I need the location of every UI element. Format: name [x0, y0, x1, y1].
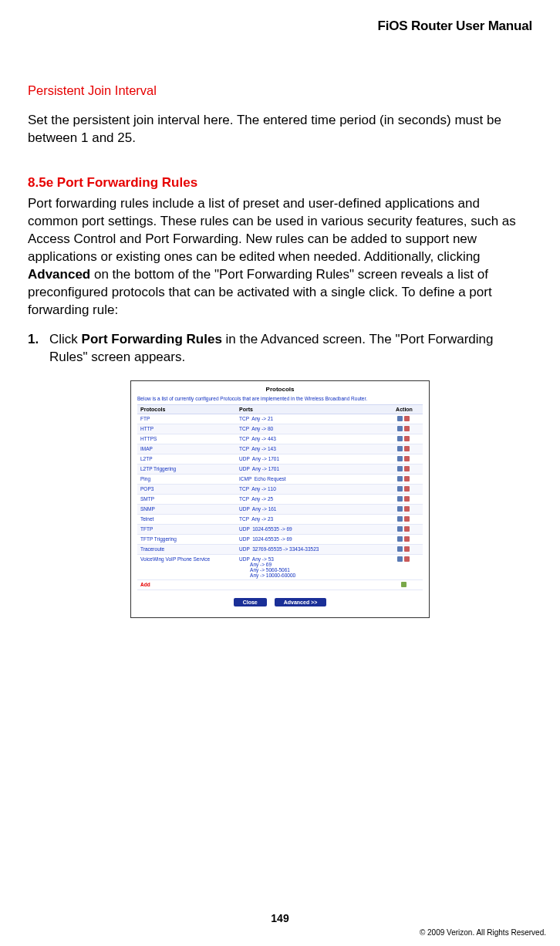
- protocol-name[interactable]: Ping: [137, 475, 236, 485]
- pfr-text-pre: Port forwarding rules include a list of …: [28, 196, 516, 264]
- step-1: 1. Click Port Forwarding Rules in the Ad…: [28, 331, 532, 367]
- protocol-actions: [386, 555, 423, 580]
- table-row: VoiceWing VoIP Phone ServiceUDP Any -> 5…: [137, 555, 423, 580]
- edit-icon[interactable]: [397, 506, 403, 512]
- protocol-ports: TCP Any -> 110: [236, 485, 386, 495]
- delete-icon[interactable]: [404, 536, 410, 542]
- protocol-actions: [386, 424, 423, 434]
- edit-icon[interactable]: [397, 416, 403, 421]
- edit-icon[interactable]: [397, 426, 403, 431]
- protocol-actions: [386, 505, 423, 515]
- protocol-ports: TCP Any -> 21: [236, 414, 386, 424]
- protocol-actions: [386, 465, 423, 475]
- table-row: L2TPUDP Any -> 1701: [137, 454, 423, 465]
- protocol-ports: UDP Any -> 1701: [236, 465, 386, 475]
- protocol-ports: ICMP Echo Request: [236, 475, 386, 485]
- delete-icon[interactable]: [404, 526, 410, 532]
- protocol-name[interactable]: HTTP: [137, 424, 236, 434]
- protocols-table: Protocols Ports Action FTPTCP Any -> 21H…: [137, 404, 423, 590]
- protocol-actions: [386, 525, 423, 535]
- protocol-ports: UDP 1024-65535 -> 69: [236, 525, 386, 535]
- table-row: IMAPTCP Any -> 143: [137, 444, 423, 454]
- delete-icon[interactable]: [404, 456, 410, 461]
- table-row: TelnetTCP Any -> 23: [137, 515, 423, 525]
- step-1-num: 1.: [28, 331, 49, 367]
- delete-icon[interactable]: [404, 436, 410, 441]
- add-link[interactable]: Add: [137, 580, 236, 590]
- table-row: PingICMP Echo Request: [137, 475, 423, 485]
- section-heading-pfr: 8.5e Port Forwarding Rules: [28, 175, 532, 191]
- protocol-ports: TCP Any -> 143: [236, 444, 386, 454]
- table-row: TFTPUDP 1024-65535 -> 69: [137, 525, 423, 535]
- protocol-actions: [386, 454, 423, 465]
- protocol-name[interactable]: L2TP: [137, 454, 236, 465]
- section-heading-persistent: Persistent Join Interval: [28, 83, 532, 98]
- edit-icon[interactable]: [397, 496, 403, 502]
- table-row: HTTPSTCP Any -> 443: [137, 434, 423, 444]
- edit-icon[interactable]: [397, 486, 403, 492]
- edit-icon[interactable]: [397, 556, 403, 562]
- edit-icon[interactable]: [397, 466, 403, 471]
- protocol-name[interactable]: SMTP: [137, 495, 236, 505]
- edit-icon[interactable]: [397, 456, 403, 461]
- edit-icon[interactable]: [397, 446, 403, 451]
- shot-subtitle: Below is a list of currently configured …: [137, 396, 423, 401]
- pfr-text-post: on the bottom of the "Port Forwarding Ru…: [28, 267, 492, 317]
- protocol-actions: [386, 495, 423, 505]
- delete-icon[interactable]: [404, 446, 410, 451]
- delete-icon[interactable]: [404, 516, 410, 522]
- delete-icon[interactable]: [404, 546, 410, 552]
- col-action: Action: [386, 405, 423, 414]
- protocol-actions: [386, 444, 423, 454]
- protocol-actions: [386, 475, 423, 485]
- add-row[interactable]: Add: [137, 580, 423, 590]
- delete-icon[interactable]: [404, 486, 410, 492]
- close-button[interactable]: Close: [234, 598, 267, 606]
- protocol-name[interactable]: IMAP: [137, 444, 236, 454]
- protocol-name[interactable]: TFTP: [137, 525, 236, 535]
- table-row: FTPTCP Any -> 21: [137, 414, 423, 424]
- protocol-name[interactable]: Traceroute: [137, 545, 236, 555]
- protocol-actions: [386, 515, 423, 525]
- table-row: HTTPTCP Any -> 80: [137, 424, 423, 434]
- delete-icon[interactable]: [404, 556, 410, 562]
- protocol-name[interactable]: HTTPS: [137, 434, 236, 444]
- delete-icon[interactable]: [404, 466, 410, 471]
- edit-icon[interactable]: [397, 436, 403, 441]
- table-row: TFTP TriggeringUDP 1024-65535 -> 69: [137, 535, 423, 545]
- edit-icon[interactable]: [397, 526, 403, 532]
- table-row: L2TP TriggeringUDP Any -> 1701: [137, 465, 423, 475]
- delete-icon[interactable]: [404, 496, 410, 502]
- advanced-button[interactable]: Advanced >>: [275, 598, 327, 606]
- edit-icon[interactable]: [397, 546, 403, 552]
- protocol-name[interactable]: SNMP: [137, 505, 236, 515]
- protocol-ports: UDP 1024-65535 -> 69: [236, 535, 386, 545]
- edit-icon[interactable]: [397, 476, 403, 481]
- table-row: SNMPUDP Any -> 161: [137, 505, 423, 515]
- section-body-persistent: Set the persistent join interval here. T…: [28, 112, 532, 147]
- protocol-ports: TCP Any -> 443: [236, 434, 386, 444]
- delete-icon[interactable]: [404, 416, 410, 421]
- protocol-name[interactable]: FTP: [137, 414, 236, 424]
- page-number: 149: [0, 912, 560, 924]
- edit-icon[interactable]: [397, 516, 403, 522]
- protocol-name[interactable]: L2TP Triggering: [137, 465, 236, 475]
- shot-title: Protocols: [137, 386, 423, 393]
- protocol-name[interactable]: VoiceWing VoIP Phone Service: [137, 555, 236, 580]
- delete-icon[interactable]: [404, 476, 410, 481]
- copyright: © 2009 Verizon. All Rights Reserved.: [420, 928, 546, 937]
- protocol-name[interactable]: Telnet: [137, 515, 236, 525]
- protocol-ports: TCP Any -> 25: [236, 495, 386, 505]
- table-row: POP3TCP Any -> 110: [137, 485, 423, 495]
- protocol-name[interactable]: POP3: [137, 485, 236, 495]
- protocol-ports: UDP 32769-65535 -> 33434-33523: [236, 545, 386, 555]
- delete-icon[interactable]: [404, 506, 410, 512]
- protocol-ports: TCP Any -> 80: [236, 424, 386, 434]
- edit-icon[interactable]: [397, 536, 403, 542]
- step-1-bold: Port Forwarding Rules: [82, 332, 222, 346]
- protocol-ports: TCP Any -> 23: [236, 515, 386, 525]
- step-1-pre: Click: [49, 332, 82, 346]
- add-icon[interactable]: [401, 582, 407, 587]
- protocol-name[interactable]: TFTP Triggering: [137, 535, 236, 545]
- delete-icon[interactable]: [404, 426, 410, 431]
